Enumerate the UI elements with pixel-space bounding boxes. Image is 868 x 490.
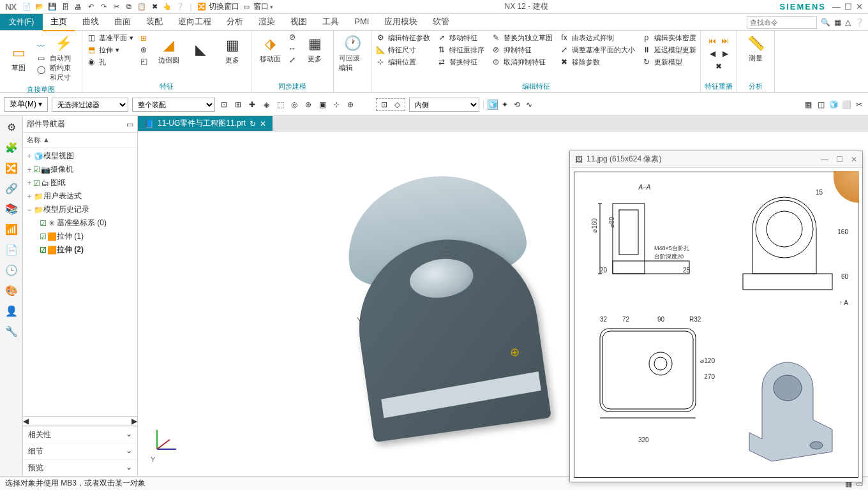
update-model[interactable]: ↻更新模型 — [641, 56, 696, 68]
help-qat-icon[interactable]: ❔ — [174, 1, 186, 13]
sel-icon-10[interactable]: ⊕ — [345, 100, 355, 110]
move-feature[interactable]: ↗移动特征 — [437, 32, 484, 43]
view-shaded-icon[interactable]: 🧊 — [488, 100, 498, 110]
doc-reload-icon[interactable]: ↻ — [250, 119, 256, 128]
clock-icon[interactable]: 🕒 — [4, 263, 19, 277]
paste-icon[interactable]: 📋 — [136, 1, 147, 13]
maximize-icon[interactable]: ☐ — [844, 2, 852, 11]
view-icon-c[interactable]: ⟲ — [512, 100, 522, 110]
part-nav-icon[interactable]: 🧩 — [4, 140, 19, 154]
disp-icon-1[interactable]: ▦ — [803, 100, 813, 110]
snap-end-icon[interactable]: ⊡ — [379, 100, 389, 110]
disp-icon-2[interactable]: ◫ — [816, 100, 826, 110]
image-viewer-window[interactable]: 🖼 11.jpg (615x624 像素) — ☐ ✕ A–A — [569, 151, 863, 482]
shell-icon[interactable]: ◰ — [138, 56, 149, 66]
open-icon[interactable]: 📂 — [34, 1, 45, 13]
imgwin-close-icon[interactable]: ✕ — [851, 155, 857, 164]
minimize-icon[interactable]: — — [832, 2, 841, 11]
assembly-combo[interactable]: 整个装配 — [132, 98, 215, 112]
switch-window-label[interactable]: 切换窗口 — [209, 1, 239, 12]
feature-more-button[interactable]: ▦更多 — [218, 34, 247, 66]
profile-icon[interactable]: 〰 — [36, 41, 46, 52]
footer-related[interactable]: 相关性⌄ — [23, 426, 137, 443]
auto-constrain-button[interactable]: ⚡自动判断约束和尺寸 — [49, 32, 78, 84]
tab-surface[interactable]: 曲面 — [107, 13, 138, 31]
viewport[interactable]: Z Y ⊕ Y 🖼 11.jpg (615x624 像素) — ☐ ✕ — [138, 131, 868, 476]
tab-view[interactable]: 视图 — [283, 13, 315, 31]
view-triad[interactable]: Y — [151, 424, 183, 463]
footer-detail[interactable]: 细节⌄ — [23, 443, 137, 459]
replace-indep-sketch[interactable]: ✎替换为独立草图 — [491, 32, 553, 43]
remove-params[interactable]: ✖移除参数 — [559, 56, 635, 68]
save-all-icon[interactable]: 🗄 — [59, 1, 71, 13]
tree-node[interactable]: +☑📷 摄像机 — [23, 163, 137, 176]
tab-analysis[interactable]: 分析 — [219, 13, 251, 31]
view-icon-b[interactable]: ✦ — [500, 100, 510, 110]
tab-tools[interactable]: 工具 — [315, 13, 347, 31]
tab-reverse[interactable]: 逆向工程 — [170, 13, 219, 31]
tab-pmi[interactable]: PMI — [347, 14, 377, 30]
constraint-nav-icon[interactable]: 🔗 — [4, 181, 19, 195]
model-body[interactable]: Z Y ⊕ — [324, 144, 565, 450]
suppress-by-expr[interactable]: fx由表达式抑制 — [559, 32, 635, 43]
move-face-button[interactable]: ⬗移动面 — [255, 33, 285, 65]
assembly-nav-icon[interactable]: 🔀 — [4, 161, 19, 175]
unsuppress-feat[interactable]: ⊙取消抑制特征 — [491, 56, 553, 68]
doc-close-icon[interactable]: ✕ — [260, 119, 266, 128]
disp-icon-4[interactable]: ⬜ — [841, 100, 851, 110]
circle-icon[interactable]: ◯ — [36, 64, 46, 75]
window-icon[interactable]: ▭ — [241, 1, 252, 13]
imgwin-min-icon[interactable]: — — [821, 155, 828, 164]
edit-density[interactable]: ρ编辑实体密度 — [641, 32, 696, 43]
tree-node[interactable]: − 📁 模型历史记录 — [23, 203, 137, 216]
replay-close-icon[interactable]: ✖ — [714, 61, 724, 71]
reorder-feat[interactable]: ⇅特征重排序 — [437, 44, 484, 56]
copy-icon[interactable]: ⧉ — [123, 1, 135, 13]
replace-face-icon[interactable]: ↔ — [287, 43, 297, 54]
feature-size[interactable]: 📐特征尺寸 — [375, 44, 430, 56]
inside-combo[interactable]: 内侧 — [409, 98, 479, 112]
print-icon[interactable]: 🖶 — [72, 1, 84, 13]
tree-node[interactable]: + 🧊 模型视图 — [23, 149, 137, 163]
delete-face-icon[interactable]: ⊘ — [287, 32, 297, 42]
footer-preview[interactable]: 预览⌄ — [23, 459, 137, 476]
replay-prev-icon[interactable]: ◀ — [707, 48, 717, 59]
view-icon-d[interactable]: ∿ — [524, 100, 534, 110]
tools-icon[interactable]: 🔧 — [4, 324, 19, 338]
touch-icon[interactable]: 👆 — [161, 1, 173, 13]
save-icon[interactable]: 💾 — [47, 1, 58, 13]
suppress-feat[interactable]: ⊘抑制特征 — [491, 44, 553, 56]
redo-icon[interactable]: ↷ — [98, 1, 109, 13]
resize-datum[interactable]: ⤢调整基准平面的大小 — [559, 44, 635, 56]
datum-plane-button[interactable]: ◫基准平面 ▾ — [86, 32, 133, 43]
tree-node[interactable]: +☑🗂 图纸 — [23, 176, 137, 189]
chamfer-button[interactable]: ◣ — [186, 38, 215, 61]
replay-last-icon[interactable]: ⏭ — [720, 36, 730, 46]
imgwin-max-icon[interactable]: ☐ — [836, 155, 843, 164]
menu-button[interactable]: 菜单(M) ▾ — [4, 97, 48, 112]
resize-face-icon[interactable]: ⤢ — [287, 55, 297, 65]
replay-next-icon[interactable]: ▶ — [720, 48, 730, 59]
tab-curve[interactable]: 曲线 — [75, 13, 107, 31]
tree-node[interactable]: ☑✳ 基准坐标系 (0) — [23, 216, 137, 230]
tree-node[interactable]: ☑🟧 拉伸 (1) — [23, 230, 137, 243]
gear-icon[interactable]: ⚙ — [4, 120, 19, 134]
palette-icon[interactable]: 🎨 — [4, 283, 19, 297]
disp-icon-5[interactable]: ✂ — [854, 100, 864, 110]
tab-render[interactable]: 渲染 — [251, 13, 283, 31]
collapse-icon[interactable]: △ — [845, 18, 851, 27]
search-icon[interactable]: 🔍 — [821, 18, 830, 27]
window-label[interactable]: 窗口 — [253, 1, 269, 12]
pin-icon[interactable]: ▭ — [126, 120, 133, 129]
disp-icon-3[interactable]: 🧊 — [828, 100, 839, 110]
rect-icon[interactable]: ▭ — [36, 53, 46, 63]
pattern-icon[interactable]: ⊞ — [138, 33, 149, 43]
sel-icon-3[interactable]: ✚ — [247, 100, 257, 110]
edit-position[interactable]: ⊹编辑位置 — [375, 56, 430, 68]
unite-icon[interactable]: ⊕ — [138, 45, 149, 55]
model-tree[interactable]: + 🧊 模型视图+☑📷 摄像机+☑🗂 图纸+ 📁 用户表达式− 📁 模型历史记录… — [23, 148, 137, 416]
tab-app[interactable]: 应用模块 — [377, 13, 425, 31]
close-icon[interactable]: ✕ — [856, 2, 863, 11]
roles-icon[interactable]: 👤 — [4, 304, 19, 318]
col-name[interactable]: 名称 — [27, 136, 41, 144]
